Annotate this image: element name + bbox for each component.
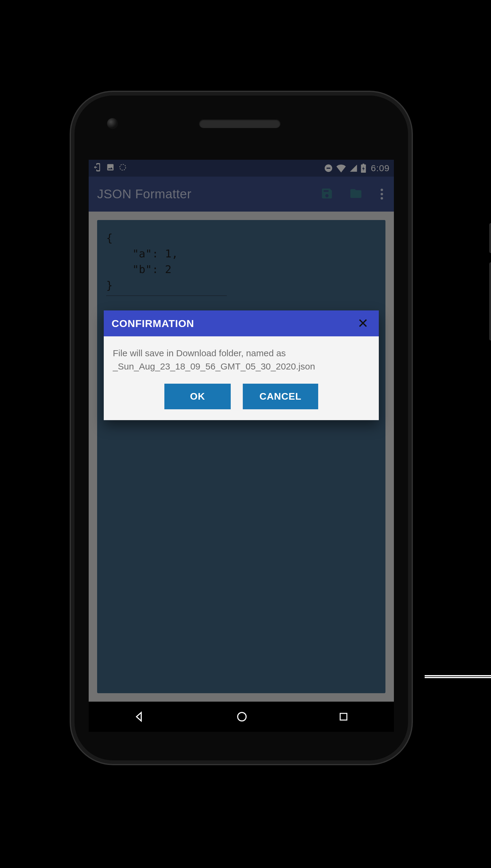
cancel-button[interactable]: CANCEL	[243, 384, 318, 409]
svg-point-5	[238, 712, 246, 721]
android-nav-bar	[89, 702, 394, 732]
dialog-title: CONFIRMATION	[112, 318, 194, 330]
front-camera	[107, 118, 118, 129]
dialog-header: CONFIRMATION ✕	[104, 310, 379, 336]
dialog-scrim[interactable]	[89, 160, 394, 702]
recents-button[interactable]	[338, 711, 349, 722]
confirmation-dialog: CONFIRMATION ✕ File will save in Downloa…	[104, 310, 379, 420]
decorative-line	[425, 675, 491, 678]
svg-rect-6	[340, 713, 347, 720]
screen: 6:09 JSON Formatter {	[89, 160, 394, 702]
home-button[interactable]	[235, 710, 248, 723]
dialog-message: File will save in Download folder, named…	[104, 336, 379, 376]
volume-rocker	[489, 262, 491, 341]
ok-button[interactable]: OK	[164, 384, 231, 409]
back-button[interactable]	[133, 710, 146, 723]
earpiece	[199, 119, 281, 128]
close-icon[interactable]: ✕	[355, 315, 371, 332]
dialog-actions: OK CANCEL	[104, 376, 379, 420]
power-button	[489, 223, 491, 253]
